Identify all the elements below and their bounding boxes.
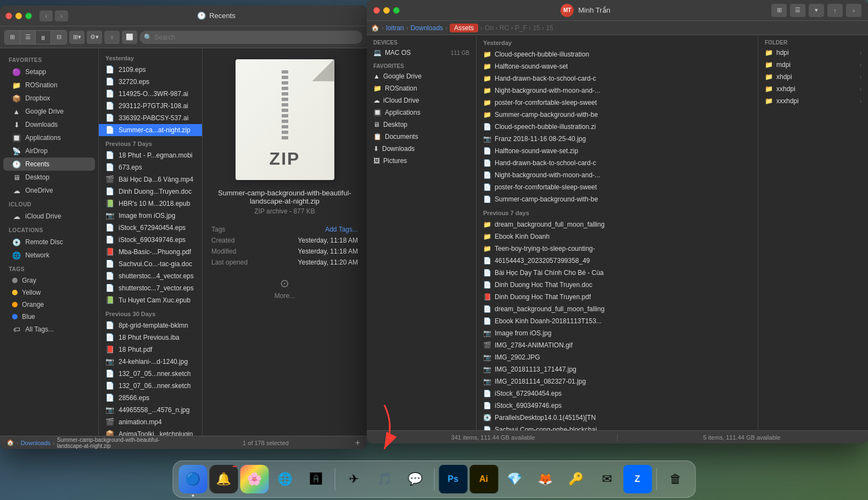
- close-button[interactable]: [5, 13, 12, 19]
- folder-item[interactable]: 📄 Summer-camp-background-with-be: [477, 193, 758, 205]
- folder-item[interactable]: 📄 Halftone-sound-wave-set.zip: [477, 145, 758, 157]
- dock-item-zalo[interactable]: Z: [623, 465, 652, 493]
- folder-item[interactable]: 📄 46154443_20232057399358_49: [477, 255, 758, 267]
- gallery-view-btn[interactable]: ⊟: [51, 31, 66, 44]
- list-item[interactable]: 📄 Sachvui.Co...-tac-gia.doc: [99, 258, 202, 270]
- right-forward-btn[interactable]: ›: [846, 4, 861, 17]
- sidebar-item-onedrive[interactable]: ☁ OneDrive: [3, 184, 95, 197]
- sidebar-item-dropbox[interactable]: 📦 Dropbox: [3, 92, 95, 105]
- list-item[interactable]: 🎬 Bài Học Dạ...6 Vàng.mp4: [99, 173, 202, 186]
- sidebar-item-network[interactable]: 🌐 Network: [3, 249, 95, 262]
- left-finder-window[interactable]: ‹ › 🕐 Recents ⊞ ☰ ⫼ ⊟ ⊞▾ ⚙▾ ↑ ⬜ 🔍 Search: [0, 5, 367, 449]
- list-item[interactable]: 📄 293112-P7GTJR-108.ai: [99, 100, 202, 112]
- dock-item-trash[interactable]: 🗑: [661, 465, 690, 493]
- assets-item-mdpi[interactable]: 📁 mdpi ›: [758, 59, 868, 71]
- dock-item-chrome[interactable]: 🌐: [271, 465, 299, 493]
- group-btn[interactable]: ⊞▾: [69, 31, 85, 44]
- sidebar-item-setapp[interactable]: 🟣 Setapp: [3, 65, 95, 78]
- breadcrumb-loitran[interactable]: loitran: [386, 24, 404, 32]
- dock-item-appstore[interactable]: 🅰: [301, 465, 330, 493]
- sidebar-item-tag-blue[interactable]: Blue: [3, 311, 95, 323]
- folder-item[interactable]: 📁 dream_background_full_moon_falling: [477, 218, 758, 231]
- folder-item[interactable]: 📄 iStock_690349746.eps: [477, 400, 758, 412]
- share-btn[interactable]: ↑: [104, 31, 120, 44]
- sidebar-item-tag-gray[interactable]: Gray: [3, 274, 95, 286]
- fav-item-googledrive[interactable]: ▲ Google Drive: [367, 70, 476, 82]
- list-item[interactable]: 📷 24-kehlani-...d-1240.jpg: [99, 356, 202, 368]
- list-item[interactable]: 📦 AnimaToolki...ketchplugin: [99, 428, 202, 436]
- fav-item-pictures[interactable]: 🖼 Pictures: [367, 155, 476, 167]
- device-item-macos[interactable]: 💻 MAC OS 111 GB: [367, 47, 476, 59]
- tag-btn[interactable]: ⬜: [122, 31, 137, 44]
- sidebar-item-icloud[interactable]: ☁ iCloud Drive: [3, 210, 95, 223]
- list-item[interactable]: 📄 114925-O...3WR-987.ai: [99, 88, 202, 100]
- sidebar-item-airdrop[interactable]: 📡 AirDrop: [3, 144, 95, 158]
- list-item[interactable]: 📗 Tu Huyet Cam Xuc.epub: [99, 294, 202, 306]
- sidebar-item-downloads[interactable]: ⬇ Downloads: [3, 118, 95, 131]
- dock-item-password[interactable]: 🔑: [562, 465, 590, 493]
- list-item[interactable]: 📄 18 Phut - P...egman.mobi: [99, 149, 202, 161]
- list-item[interactable]: 📄 336392-PABCSY-537.ai: [99, 112, 202, 124]
- folder-item[interactable]: 📄 Sachvui.Com-cong-nghe-blockchai: [477, 424, 758, 430]
- dock-item-firefox[interactable]: 🦊: [531, 465, 559, 493]
- folder-item[interactable]: 📁 poster-for-comfortable-sleep-sweet: [477, 97, 758, 109]
- folder-item[interactable]: 📄 poster-for-comfortable-sleep-sweet: [477, 181, 758, 193]
- folder-item[interactable]: 📄 Night-background-with-moon-and-...: [477, 169, 758, 181]
- fav-item-applications[interactable]: 🔲 Applications: [367, 106, 476, 119]
- assets-item-hdpi[interactable]: 📁 hdpi ›: [758, 47, 868, 59]
- list-item[interactable]: 📄 18 Phut Previous.iba: [99, 332, 202, 344]
- folder-item[interactable]: 📁 Night-background-with-moon-and-...: [477, 85, 758, 97]
- folder-item[interactable]: 📁 Ebook Kinh Doanh: [477, 231, 758, 243]
- fav-item-desktop[interactable]: 🖥 Desktop: [367, 119, 476, 131]
- folder-item[interactable]: 📷 Image from iOS.jpg: [477, 327, 758, 339]
- folder-item[interactable]: 📄 Bài Học Dạy Tài Chính Cho Bé - Cùa: [477, 267, 758, 279]
- sidebar-item-googledrive[interactable]: ▲ Google Drive: [3, 105, 95, 118]
- more-button[interactable]: ⊙ More...: [275, 277, 295, 300]
- folder-item[interactable]: 📁 Halftone-sound-wave-set: [477, 60, 758, 72]
- list-item[interactable]: 📄 iStock_690349746.eps: [99, 234, 202, 246]
- folder-item[interactable]: 📷 IMG_20181114_082327-01.jpg: [477, 375, 758, 387]
- sidebar-item-recents[interactable]: 🕐 Recents: [3, 158, 95, 171]
- list-item[interactable]: 📗 HBR's 10 M...2018.epub: [99, 198, 202, 210]
- sidebar-item-applications[interactable]: 🔲 Applications: [3, 131, 95, 144]
- back-button[interactable]: ‹: [40, 10, 53, 21]
- list-item[interactable]: 📷 44965558_...4576_n.jpg: [99, 404, 202, 416]
- list-item-selected[interactable]: 📄 Summer-ca...at-night.zip: [99, 124, 202, 136]
- right-layout-btn[interactable]: ⊞: [771, 4, 787, 17]
- sidebar-item-tag-yellow[interactable]: Yellow: [3, 286, 95, 299]
- folder-item[interactable]: 📄 Dinh Duong Hoc That Truyen.doc: [477, 279, 758, 291]
- assets-item-xxxhdpi[interactable]: 📁 xxxhdpi ›: [758, 95, 868, 107]
- right-close-button[interactable]: [373, 7, 380, 14]
- file-list[interactable]: Yesterday 📄 2109.eps 📄 32720.eps 📄 11492…: [99, 48, 202, 436]
- folder-item[interactable]: 📁 Cloud-speech-bubble-illustration: [477, 48, 758, 60]
- folder-item[interactable]: 📄 Hand-drawn-back-to-school-card-c: [477, 157, 758, 169]
- folder-item[interactable]: 📄 Cloud-speech-bubble-illustration.zi: [477, 121, 758, 133]
- list-item[interactable]: 📄 8pt-grid-template-bklmn: [99, 319, 202, 332]
- search-box[interactable]: 🔍 Search: [139, 31, 362, 44]
- dock-item-telegram[interactable]: ✈: [339, 465, 368, 493]
- dock-item-sketch[interactable]: 💎: [500, 465, 529, 493]
- list-item[interactable]: 📄 132_07_06...nner.sketch: [99, 380, 202, 392]
- icon-view-btn[interactable]: ⊞: [5, 31, 20, 44]
- list-item[interactable]: 📄 shutterstoc...7_vector.eps: [99, 282, 202, 294]
- folder-item[interactable]: 📄 dream_background_full_moon_falling: [477, 303, 758, 315]
- list-item[interactable]: 🎬 animation.mp4: [99, 416, 202, 428]
- folder-item[interactable]: 📁 Teen-boy-trying-to-sleep-counting-: [477, 243, 758, 255]
- folder-item[interactable]: 💽 ParallelsDesktop14.0.1(45154)[TN: [477, 412, 758, 424]
- maximize-button[interactable]: [25, 13, 32, 19]
- list-item[interactable]: 📄 iStock_672940454.eps: [99, 222, 202, 234]
- fav-item-icloud[interactable]: ☁ iCloud Drive: [367, 94, 476, 106]
- right-maximize-button[interactable]: [393, 7, 400, 14]
- path-item-downloads[interactable]: Downloads: [21, 440, 51, 446]
- list-item[interactable]: 📷 Image from iOS.jpg: [99, 210, 202, 222]
- folder-item[interactable]: 📁 Hand-drawn-back-to-school-card-c: [477, 72, 758, 85]
- dock-item-messages[interactable]: 💬: [401, 465, 429, 493]
- folder-item[interactable]: 📄 iStock_672940454.eps: [477, 387, 758, 400]
- dock-item-photos[interactable]: 🌸: [240, 465, 268, 493]
- dock-item-notification[interactable]: 🔔: [209, 465, 238, 493]
- folder-item[interactable]: 📷 IMG_20181113_171447.jpg: [477, 363, 758, 375]
- folder-item[interactable]: 📁 Summer-camp-background-with-be: [477, 109, 758, 121]
- list-item[interactable]: 📄 28566.eps: [99, 392, 202, 404]
- action-btn[interactable]: ⚙▾: [87, 31, 102, 44]
- list-view-btn[interactable]: ☰: [20, 31, 36, 44]
